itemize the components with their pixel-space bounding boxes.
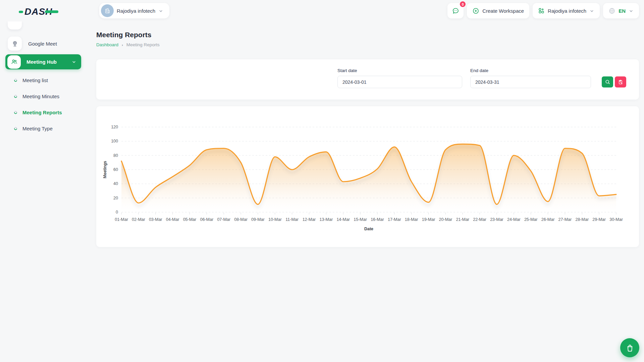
svg-text:04-Mar: 04-Mar — [166, 217, 179, 222]
svg-text:10-Mar: 10-Mar — [268, 217, 282, 222]
users-icon — [7, 55, 21, 69]
bullet-icon — [13, 78, 18, 82]
workspace-name: Rajodiya infotech — [117, 8, 155, 14]
svg-text:25-Mar: 25-Mar — [524, 217, 538, 222]
sidebar-item-label: Meeting Minutes — [22, 94, 59, 99]
breadcrumb-separator: › — [122, 43, 123, 47]
svg-text:29-Mar: 29-Mar — [592, 217, 606, 222]
svg-text:26-Mar: 26-Mar — [541, 217, 555, 222]
svg-text:30-Mar: 30-Mar — [609, 217, 623, 222]
svg-text:60: 60 — [113, 167, 118, 172]
svg-text:03-Mar: 03-Mar — [149, 217, 162, 222]
main-content: Meeting Reports Dashboard › Meeting Repo… — [96, 21, 639, 247]
app-logo[interactable]: DASH — [19, 6, 58, 17]
bullet-icon — [13, 110, 18, 115]
svg-text:18-Mar: 18-Mar — [405, 217, 418, 222]
messages-count-badge: 0 — [460, 1, 466, 7]
svg-text:Meetings: Meetings — [103, 161, 107, 178]
svg-text:07-Mar: 07-Mar — [217, 217, 230, 222]
svg-text:09-Mar: 09-Mar — [251, 217, 265, 222]
svg-text:02-Mar: 02-Mar — [132, 217, 145, 222]
chevron-down-icon — [629, 8, 634, 13]
meetings-area-chart: 02040608010012001-Mar02-Mar03-Mar04-Mar0… — [96, 106, 639, 247]
svg-text:Date: Date — [364, 227, 373, 231]
sidebar-subitem-meeting-type[interactable]: Meeting Type — [0, 120, 88, 136]
breadcrumb-current: Meeting Reports — [126, 42, 160, 47]
header-actions: 0 Create Workspace Rajodiya infotech EN — [447, 3, 639, 18]
buy-now-fab[interactable] — [620, 338, 639, 357]
grid-plus-icon — [538, 7, 545, 14]
logo-dash-icon — [19, 11, 23, 13]
company-menu-label: Rajodiya infotech — [548, 8, 586, 14]
bullet-icon — [13, 126, 18, 131]
svg-text:12-Mar: 12-Mar — [303, 217, 316, 222]
chat-bubble-icon — [452, 7, 460, 15]
shopping-bag-icon — [626, 344, 634, 352]
create-workspace-button[interactable]: Create Workspace — [467, 3, 529, 18]
create-workspace-label: Create Workspace — [482, 8, 524, 14]
start-date-label: Start date — [337, 68, 462, 73]
sidebar-item-label: Meeting list — [22, 77, 48, 83]
end-date-label: End date — [470, 68, 591, 73]
svg-text:80: 80 — [113, 153, 118, 158]
svg-text:13-Mar: 13-Mar — [320, 217, 333, 222]
chevron-down-icon — [71, 59, 76, 64]
top-header: DASH Rajodiya infotech 0 Create Worksp — [0, 0, 644, 21]
svg-text:01-Mar: 01-Mar — [115, 217, 128, 222]
logo-bar-icon — [45, 10, 58, 13]
reset-button[interactable] — [615, 76, 626, 87]
svg-text:24-Mar: 24-Mar — [507, 217, 521, 222]
search-icon — [605, 79, 610, 85]
svg-text:14-Mar: 14-Mar — [336, 217, 350, 222]
webcam-icon — [8, 37, 22, 51]
workspace-switcher[interactable]: Rajodiya infotech — [99, 3, 169, 18]
chevron-down-icon — [589, 8, 594, 13]
svg-text:28-Mar: 28-Mar — [575, 217, 589, 222]
sidebar-nav: Google Meet Meeting Hub Meeting list Mee… — [0, 21, 88, 362]
plus-circle-icon — [472, 7, 479, 14]
svg-text:17-Mar: 17-Mar — [388, 217, 401, 222]
company-menu[interactable]: Rajodiya infotech — [533, 3, 600, 18]
sidebar-item-meeting-hub[interactable]: Meeting Hub — [5, 54, 81, 69]
svg-text:21-Mar: 21-Mar — [456, 217, 469, 222]
svg-text:20-Mar: 20-Mar — [439, 217, 452, 222]
svg-text:120: 120 — [111, 125, 118, 129]
start-date-input[interactable] — [337, 76, 462, 88]
sidebar-subitem-meeting-reports[interactable]: Meeting Reports — [0, 104, 88, 120]
svg-text:20: 20 — [113, 196, 118, 200]
svg-text:27-Mar: 27-Mar — [558, 217, 572, 222]
svg-text:19-Mar: 19-Mar — [422, 217, 435, 222]
start-date-field: Start date — [337, 68, 462, 88]
end-date-input[interactable] — [470, 76, 591, 88]
workspace-avatar — [101, 4, 114, 17]
svg-text:08-Mar: 08-Mar — [234, 217, 248, 222]
messages-button[interactable]: 0 — [447, 3, 464, 18]
sidebar-item-label: Google Meet — [28, 41, 78, 47]
language-label: EN — [619, 8, 626, 14]
svg-text:100: 100 — [111, 139, 118, 143]
bullet-icon — [13, 94, 18, 99]
svg-text:16-Mar: 16-Mar — [371, 217, 384, 222]
sidebar-item-clipped-top — [8, 21, 22, 29]
breadcrumb-dashboard-link[interactable]: Dashboard — [96, 42, 118, 47]
sidebar-subitem-meeting-list[interactable]: Meeting list — [0, 72, 88, 88]
search-button[interactable] — [602, 76, 613, 87]
svg-text:05-Mar: 05-Mar — [183, 217, 197, 222]
sidebar-item-google-meet[interactable]: Google Meet — [0, 36, 88, 52]
filter-buttons — [602, 76, 626, 87]
sidebar-item-label: Meeting Type — [22, 126, 53, 131]
building-icon — [104, 7, 111, 14]
breadcrumb: Dashboard › Meeting Reports — [96, 42, 639, 47]
clipboard-off-icon — [618, 79, 623, 85]
meetings-chart-card: 02040608010012001-Mar02-Mar03-Mar04-Mar0… — [96, 106, 639, 247]
svg-text:11-Mar: 11-Mar — [285, 217, 299, 222]
sidebar-subitem-meeting-minutes[interactable]: Meeting Minutes — [0, 88, 88, 104]
svg-text:15-Mar: 15-Mar — [354, 217, 367, 222]
report-filter-card: Start date End date — [96, 59, 639, 100]
language-menu[interactable]: EN — [603, 3, 639, 18]
svg-text:06-Mar: 06-Mar — [200, 217, 214, 222]
globe-icon — [608, 7, 615, 14]
sidebar-item-label: Meeting Hub — [26, 59, 66, 65]
svg-text:0: 0 — [116, 210, 118, 215]
chevron-down-icon — [158, 8, 163, 13]
